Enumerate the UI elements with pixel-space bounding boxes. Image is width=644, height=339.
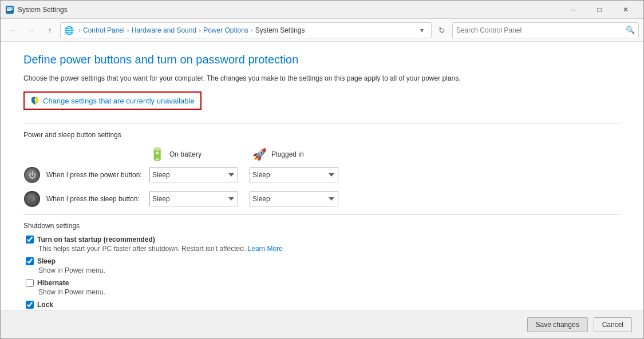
lock-checkbox[interactable] (26, 301, 34, 309)
search-input[interactable] (456, 26, 626, 34)
battery-header: 🔋 On battery (149, 147, 252, 162)
change-settings-btn[interactable]: Change settings that are currently unava… (23, 91, 202, 110)
sleep-button-row: ☽ When I press the sleep button: Sleep D… (23, 190, 621, 208)
power-button-label: When I press the power button: (46, 171, 149, 179)
close-button[interactable]: ✕ (613, 1, 639, 19)
window-title: System Settings (18, 6, 560, 14)
power-button-icon: ⏻ (23, 166, 41, 184)
address-bar: ← → ↑ 🌐 › Control Panel › Hardware and S… (1, 19, 643, 42)
window-controls: ─ □ ✕ (560, 1, 639, 19)
sleep-button-label: When I press the sleep button: (46, 195, 149, 203)
minimize-button[interactable]: ─ (560, 1, 586, 19)
breadcrumb-control-panel[interactable]: Control Panel (83, 26, 125, 34)
fast-startup-label[interactable]: Turn on fast startup (recommended) (37, 236, 155, 244)
svg-rect-3 (7, 10, 11, 11)
main-window: System Settings ─ □ ✕ ← → ↑ 🌐 › Control … (0, 0, 644, 339)
hibernate-checkbox[interactable] (26, 279, 34, 287)
sleep-button-plugged-select[interactable]: Sleep Do nothing Hibernate Shut down Tur… (250, 192, 338, 206)
search-icon: 🔍 (626, 26, 635, 34)
sleep-label[interactable]: Sleep (37, 257, 56, 265)
hibernate-label[interactable]: Hibernate (37, 279, 69, 287)
lock-label[interactable]: Lock (37, 301, 53, 309)
learn-more-link[interactable]: Learn More (248, 245, 283, 253)
title-bar: System Settings ─ □ ✕ (1, 1, 643, 19)
cancel-button[interactable]: Cancel (594, 317, 632, 332)
divider-1 (23, 123, 621, 124)
power-button-plugged-select[interactable]: Sleep Do nothing Hibernate Shut down Tur… (250, 167, 338, 182)
fast-startup-checkbox[interactable] (26, 236, 34, 244)
home-icon: 🌐 (64, 26, 74, 35)
window-icon (5, 5, 14, 14)
search-bar: 🔍 (452, 22, 639, 38)
footer: Save changes Cancel (1, 310, 643, 338)
forward-button[interactable]: → (23, 22, 39, 38)
sleep-button-icon: ☽ (23, 190, 41, 208)
battery-label: On battery (169, 150, 202, 158)
breadcrumb-hardware-sound[interactable]: Hardware and Sound (132, 26, 196, 34)
change-settings-label: Change settings that are currently unava… (43, 97, 195, 105)
refresh-button[interactable]: ↻ (434, 22, 450, 38)
content-area: Define power buttons and turn on passwor… (1, 42, 643, 310)
uac-shield-icon (30, 96, 39, 105)
power-button-row: ⏻ When I press the power button: Sleep D… (23, 166, 621, 184)
breadcrumb-system-settings: System Settings (255, 26, 305, 34)
shutdown-section-title: Shutdown settings (23, 222, 621, 230)
sleep-button-battery-select[interactable]: Sleep Do nothing Hibernate Shut down Tur… (149, 192, 238, 206)
hibernate-row: Hibernate Show in Power menu. (23, 279, 621, 296)
svg-rect-1 (7, 7, 13, 9)
breadcrumb-dropdown[interactable]: ▾ (416, 23, 428, 38)
battery-icon: 🔋 (149, 147, 165, 162)
page-description: Choose the power settings that you want … (23, 73, 621, 83)
sleep-sublabel: Show in Power menu. (26, 266, 621, 274)
save-changes-button[interactable]: Save changes (527, 317, 588, 332)
plugged-header: 🚀 Plugged in (252, 147, 355, 161)
plugged-label: Plugged in (271, 150, 304, 158)
hibernate-sublabel: Show in Power menu. (26, 288, 621, 296)
up-button[interactable]: ↑ (42, 22, 58, 38)
fast-startup-row: Turn on fast startup (recommended) This … (23, 236, 621, 253)
svg-rect-2 (7, 9, 13, 10)
page-title: Define power buttons and turn on passwor… (23, 53, 621, 66)
sleep-checkbox[interactable] (26, 257, 34, 265)
plugged-icon: 🚀 (252, 147, 267, 161)
power-header-row: 🔋 On battery 🚀 Plugged in (23, 147, 621, 162)
power-button-battery-select[interactable]: Sleep Do nothing Hibernate Shut down Tur… (149, 167, 238, 182)
maximize-button[interactable]: □ (586, 1, 613, 19)
svg-rect-5 (34, 101, 36, 101)
power-sleep-section: Power and sleep button settings 🔋 On bat… (23, 131, 621, 208)
breadcrumb: 🌐 › Control Panel › Hardware and Sound ›… (60, 22, 432, 38)
lock-row: Lock Show in account picture menu. (23, 301, 621, 310)
shutdown-section: Shutdown settings Turn on fast startup (… (23, 222, 621, 310)
breadcrumb-power-options[interactable]: Power Options (203, 26, 248, 34)
sleep-row: Sleep Show in Power menu. (23, 257, 621, 274)
power-sleep-section-title: Power and sleep button settings (23, 131, 621, 139)
back-button[interactable]: ← (5, 22, 21, 38)
svg-rect-4 (34, 99, 36, 100)
divider-2 (23, 214, 621, 215)
fast-startup-sublabel: This helps start your PC faster after sh… (26, 245, 621, 253)
